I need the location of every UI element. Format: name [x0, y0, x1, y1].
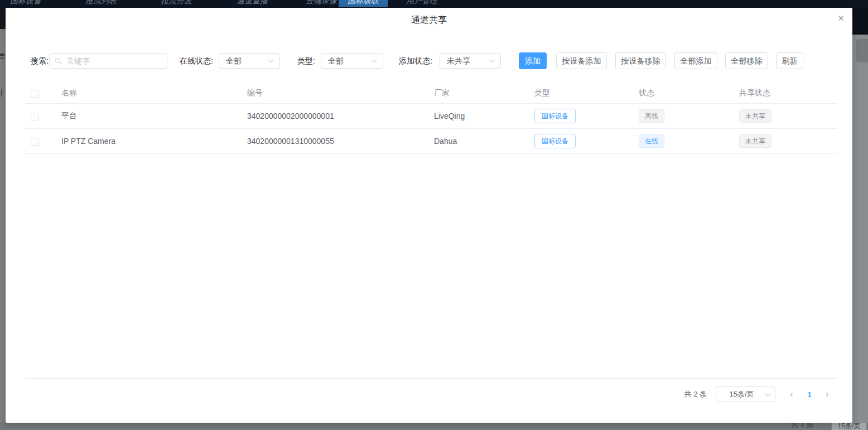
backdrop-fragment	[0, 8, 6, 29]
add-status-label: 添加状态:	[399, 52, 432, 69]
backdrop-pagination-fragment: 共 1 条 15条/页	[785, 423, 868, 430]
nav-tab-label: 国标级联	[348, 0, 379, 6]
status-badge: 离线	[639, 109, 664, 123]
search-label: 搜索:	[31, 52, 49, 69]
select-all-cell	[25, 88, 56, 97]
chevron-down-icon	[765, 392, 771, 397]
backdrop-fragment	[0, 57, 4, 59]
background-nav-bar: 国标设备 推流列表 拉流分发 通道直播 云端录像 国标级联 用户管理	[0, 0, 868, 8]
cell-name: IP PTZ Camera	[56, 137, 242, 146]
type-select[interactable]: 全部	[321, 53, 383, 69]
cell-status: 离线	[633, 109, 734, 123]
cell-type: 国标设备	[529, 109, 633, 123]
add-status-select[interactable]: 未共享	[440, 53, 501, 69]
nav-tab[interactable]: 推流列表	[85, 0, 117, 8]
row-checkbox[interactable]	[31, 138, 38, 146]
col-header-code: 编号	[242, 88, 428, 98]
nav-tab[interactable]: 拉流分发	[161, 0, 192, 8]
remove-all-button[interactable]: 全部移除	[725, 52, 768, 69]
col-header-vendor: 厂家	[428, 88, 529, 98]
backdrop-left-strip	[0, 8, 6, 423]
cell-code: 34020000002000000001	[242, 112, 428, 120]
row-select-cell	[25, 137, 56, 146]
page-size-select[interactable]: 15条/页	[716, 386, 775, 402]
online-status-select[interactable]: 全部	[219, 53, 280, 69]
cell-code: 34020000001310000055	[242, 137, 428, 146]
col-header-type: 类型	[529, 88, 633, 98]
filter-toolbar: 搜索: 在线状态: 全部 类型: 全部 添加状态: 未共享 添加 按设备添加 按…	[6, 52, 852, 69]
prev-page-icon[interactable]: ‹	[782, 389, 801, 399]
page-number[interactable]: 1	[801, 390, 818, 399]
refresh-button[interactable]: 刷新	[776, 52, 803, 69]
row-select-cell	[25, 112, 56, 120]
backdrop-fragment	[0, 54, 4, 56]
nav-tab-label: 通道直播	[237, 0, 268, 6]
backdrop-fragment	[856, 39, 868, 62]
col-header-share: 共享状态	[734, 88, 837, 98]
add-by-device-button[interactable]: 按设备添加	[556, 52, 607, 69]
cell-status: 在线	[633, 134, 734, 148]
share-status-badge: 未共享	[739, 134, 771, 148]
table-header-row: 名称 编号 厂家 类型 状态 共享状态	[25, 83, 837, 104]
next-page-icon[interactable]: ›	[818, 389, 837, 399]
backdrop-bottom-strip: 共 1 条 15条/页	[0, 423, 868, 430]
page-size-value: 15条/页	[729, 387, 754, 402]
pagination: 共 2 条 15条/页 ‹ 1 ›	[684, 379, 837, 410]
cell-share: 未共享	[734, 109, 837, 123]
type-label: 类型:	[297, 52, 315, 69]
total-count: 共 2 条	[684, 389, 707, 399]
nav-tab[interactable]: 国标设备	[10, 0, 41, 8]
channel-table: 名称 编号 厂家 类型 状态 共享状态 平台 34020000002000000…	[25, 83, 837, 154]
nav-tab-active[interactable]: 国标级联	[339, 0, 388, 7]
add-all-button[interactable]: 全部添加	[674, 52, 717, 69]
search-icon	[55, 58, 60, 63]
cell-name: 平台	[56, 111, 242, 121]
backdrop-total-count: 共 1 条	[791, 423, 813, 430]
backdrop-page-size-label: 15条/页	[838, 423, 861, 430]
online-status-label: 在线状态:	[180, 52, 213, 69]
table-row: 平台 34020000002000000001 LiveQing 国标设备 离线…	[25, 104, 837, 129]
cell-type: 国标设备	[529, 134, 633, 148]
col-header-name: 名称	[56, 88, 242, 98]
nav-tab-label: 用户管理	[406, 0, 437, 6]
cell-vendor: Dahua	[428, 137, 529, 146]
row-checkbox[interactable]	[31, 113, 38, 120]
nav-tab-label: 推流列表	[85, 0, 117, 6]
dialog-title: 通道共享	[6, 15, 852, 26]
col-header-status: 状态	[633, 88, 734, 98]
add-button[interactable]: 添加	[519, 52, 547, 69]
type-badge: 国标设备	[534, 109, 576, 123]
share-status-badge: 未共享	[739, 109, 771, 123]
nav-tab-label: 拉流分发	[161, 0, 192, 6]
remove-by-device-button[interactable]: 按设备移除	[615, 52, 666, 69]
backdrop-fragment	[1, 89, 3, 97]
nav-tab-label: 云端录像	[306, 0, 337, 6]
search-input[interactable]	[50, 54, 167, 68]
search-input-wrap	[49, 53, 167, 69]
cell-share: 未共享	[734, 134, 837, 148]
select-all-checkbox[interactable]	[31, 90, 38, 98]
nav-tab-label: 国标设备	[10, 0, 41, 6]
backdrop-right-strip	[852, 8, 868, 423]
table-row: IP PTZ Camera 34020000001310000055 Dahua…	[25, 129, 837, 154]
channel-share-dialog: 通道共享 ✕ 搜索: 在线状态: 全部 类型: 全部 添加状态: 未共享 添加 …	[6, 8, 852, 423]
nav-tab[interactable]: 用户管理	[406, 0, 437, 8]
nav-tab[interactable]: 云端录像	[306, 0, 337, 8]
nav-tab[interactable]: 通道直播	[237, 0, 268, 8]
status-badge: 在线	[639, 134, 664, 148]
cell-vendor: LiveQing	[428, 112, 529, 120]
type-badge: 国标设备	[534, 134, 576, 148]
backdrop-page-size: 15条/页	[831, 423, 867, 430]
close-icon[interactable]: ✕	[837, 13, 845, 24]
backdrop-fragment	[852, 8, 868, 35]
